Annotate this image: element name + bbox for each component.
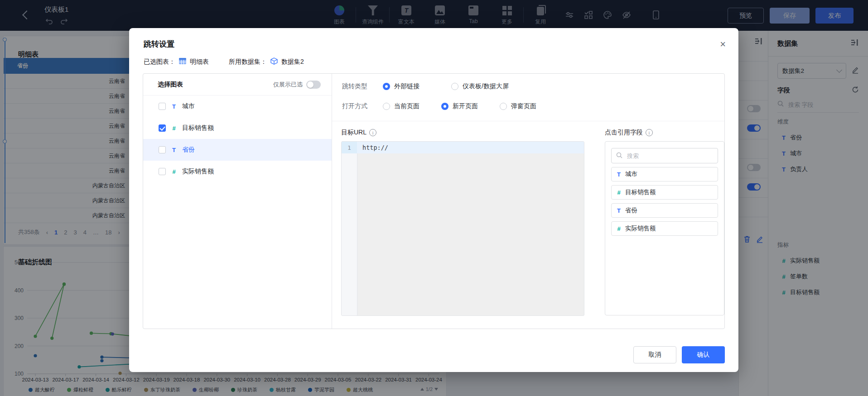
search-icon — [616, 152, 622, 160]
selected-chart-label: 已选图表： — [144, 58, 175, 66]
field-type-icon: # — [171, 125, 177, 132]
open-mode-label: 打开方式 — [342, 102, 367, 110]
field-label: 城市 — [182, 102, 195, 110]
show-selected-only-toggle[interactable] — [306, 81, 321, 89]
cancel-button[interactable]: 取消 — [633, 346, 676, 363]
info-icon: i — [646, 129, 653, 136]
confirm-button[interactable]: 确认 — [682, 346, 725, 363]
field-label: 实际销售额 — [625, 224, 656, 233]
chart-field-row[interactable]: T 省份 — [143, 139, 332, 161]
field-type-icon: T — [616, 207, 622, 214]
field-type-icon: T — [171, 103, 177, 110]
field-type-icon: # — [616, 225, 622, 232]
checkbox[interactable] — [159, 168, 166, 175]
radio-icon[interactable] — [383, 103, 390, 110]
field-label: 目标销售额 — [625, 188, 656, 196]
app-window: 仪表板1 图表 查询组件 富文本 — [0, 0, 868, 396]
reference-field-chip[interactable]: # 目标销售额 — [611, 185, 718, 200]
chart-field-row[interactable]: # 实际销售额 — [143, 161, 332, 182]
dataset-used-label: 所用数据集： — [229, 58, 267, 66]
selected-chart-name: 明细表 — [190, 58, 209, 66]
reference-field-chip[interactable]: T 城市 — [611, 167, 718, 181]
fields-search-input[interactable] — [626, 152, 713, 160]
radio-icon[interactable] — [383, 83, 390, 90]
url-value: http:// — [357, 144, 388, 151]
jump-settings-dialog: 跳转设置 × 已选图表： 明细表 所用数据集： 数据集2 选择图表 仅展示已选 — [129, 28, 738, 372]
click-fields-label: 点击引用字段 — [605, 129, 643, 137]
field-label: 省份 — [182, 146, 195, 154]
dataset-name: 数据集2 — [281, 58, 304, 66]
field-type-icon: # — [171, 168, 177, 175]
radio-icon[interactable] — [500, 103, 507, 110]
reference-field-chip[interactable]: T 省份 — [611, 203, 718, 218]
radio-label: 外部链接 — [394, 82, 420, 91]
field-label: 省份 — [625, 206, 637, 215]
jump-type-option[interactable]: 仪表板/数据大屏 — [451, 82, 509, 91]
jump-config-pane: 跳转类型 外部链接 仪表板/数据大屏 — [332, 74, 724, 329]
radio-label: 新开页面 — [453, 102, 478, 110]
reference-field-chip[interactable]: # 实际销售额 — [611, 221, 718, 236]
checkbox[interactable] — [159, 146, 166, 153]
close-icon[interactable]: × — [720, 39, 726, 49]
info-icon: i — [369, 129, 376, 136]
field-type-icon: # — [616, 189, 622, 196]
target-url-label: 目标URL — [341, 129, 366, 137]
dialog-title: 跳转设置 — [144, 39, 174, 49]
radio-icon[interactable] — [441, 103, 448, 110]
chart-field-row[interactable]: # 目标销售额 — [143, 117, 332, 139]
open-mode-option[interactable]: 当前页面 — [383, 102, 420, 110]
field-label: 城市 — [625, 170, 637, 178]
checkbox[interactable] — [159, 124, 166, 132]
checkbox[interactable] — [159, 103, 166, 110]
table-chart-icon — [179, 58, 186, 66]
chart-select-heading: 选择图表 — [158, 81, 183, 89]
field-type-icon: T — [616, 171, 622, 178]
editor-gutter — [342, 142, 357, 315]
chart-select-pane: 选择图表 仅展示已选 T 城市 — [143, 74, 332, 329]
editor-active-line: 1 http:// — [342, 142, 584, 153]
radio-label: 仪表板/数据大屏 — [463, 82, 509, 91]
radio-icon[interactable] — [451, 83, 458, 90]
line-number: 1 — [342, 142, 357, 153]
click-fields-panel: T 城市 # 目标销售额 — [605, 141, 724, 315]
chart-field-row[interactable]: T 城市 — [143, 95, 332, 117]
field-label: 目标销售额 — [182, 124, 214, 132]
open-mode-option[interactable]: 新开页面 — [441, 102, 478, 110]
jump-type-option[interactable]: 外部链接 — [383, 82, 420, 91]
show-selected-only-label: 仅展示已选 — [273, 81, 303, 89]
fields-search[interactable] — [611, 148, 718, 163]
radio-label: 弹窗页面 — [511, 102, 536, 110]
target-url-editor[interactable]: 1 http:// — [341, 141, 584, 316]
field-type-icon: T — [171, 147, 177, 153]
radio-label: 当前页面 — [394, 102, 420, 110]
dataset-cube-icon — [270, 57, 278, 66]
open-mode-option[interactable]: 弹窗页面 — [500, 102, 536, 110]
jump-type-label: 跳转类型 — [342, 82, 367, 91]
field-label: 实际销售额 — [182, 167, 214, 176]
